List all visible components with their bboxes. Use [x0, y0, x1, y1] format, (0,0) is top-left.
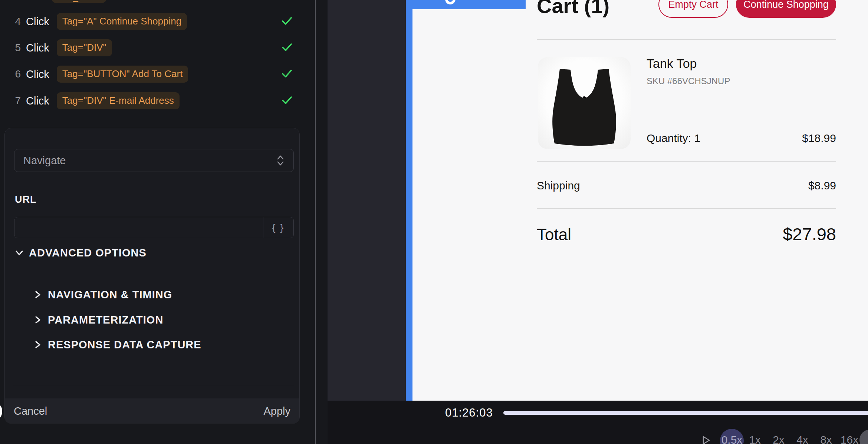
- step-action-label: Click: [26, 16, 49, 28]
- playback-progress-bar[interactable]: [503, 411, 868, 415]
- step-selector-badge[interactable]: Tag="BUTTON" Add To Cart: [57, 66, 188, 83]
- step-number: 4: [12, 16, 21, 27]
- section-navigation-timing[interactable]: NAVIGATION & TIMING: [34, 287, 172, 302]
- select-chevrons-icon: [276, 154, 285, 167]
- tank-top-graphic: [538, 57, 631, 149]
- site-header-strip: [406, 0, 526, 9]
- chevron-right-icon: [34, 315, 42, 325]
- cart-page-screenshot: Cart (1) Empty Cart Continue Shopping Ta…: [412, 0, 868, 401]
- step-editor-card: Navigate URL { } ADVANCED OPTIONS: [4, 128, 300, 424]
- edge-collapsed-button[interactable]: [0, 401, 2, 422]
- step-3-badge-partial: [52, 0, 106, 3]
- step-selector-badge[interactable]: Tag="DIV": [57, 39, 112, 56]
- step-row-7[interactable]: 7 Click Tag="DIV" E-mail Address: [0, 93, 304, 109]
- cart-title: Cart (1): [537, 0, 609, 18]
- advanced-options-toggle[interactable]: ADVANCED OPTIONS: [14, 245, 147, 261]
- chevron-right-icon: [34, 289, 42, 300]
- product-name: Tank Top: [647, 56, 697, 71]
- playback-timestamp: 01:26:03: [445, 406, 493, 420]
- divider: [537, 39, 836, 40]
- step-passed-icon: [280, 41, 293, 53]
- action-type-select[interactable]: Navigate: [14, 149, 294, 172]
- panel-resize-divider[interactable]: [315, 0, 316, 444]
- site-accent-bar: [406, 0, 412, 401]
- divider: [537, 208, 836, 209]
- player-extra-button[interactable]: [859, 430, 868, 444]
- step-selector-badge[interactable]: Tag="DIV" E-mail Address: [57, 92, 180, 109]
- chevron-right-icon: [34, 339, 42, 350]
- test-steps-panel: 4 Click Tag="A" Continue Shopping 5 Clic…: [0, 0, 328, 444]
- step-number: 5: [12, 42, 21, 54]
- chevron-down-icon: [14, 248, 24, 258]
- url-field-label: URL: [15, 194, 37, 205]
- site-logo-icon: [445, 0, 456, 4]
- step-number: 7: [12, 95, 21, 107]
- action-type-value: Navigate: [23, 155, 276, 167]
- product-image-tank-top: [538, 57, 631, 149]
- step-passed-icon: [280, 14, 293, 27]
- total-label: Total: [537, 225, 571, 244]
- step-action-label: Click: [26, 68, 49, 80]
- divider: [537, 161, 836, 162]
- advanced-options-label: ADVANCED OPTIONS: [29, 247, 147, 259]
- step-row-4[interactable]: 4 Click Tag="A" Continue Shopping: [0, 13, 304, 30]
- empty-cart-button[interactable]: Empty Cart: [658, 0, 728, 18]
- insert-variable-button[interactable]: { }: [263, 217, 293, 238]
- shipping-label: Shipping: [537, 179, 580, 192]
- section-response-data-capture[interactable]: RESPONSE DATA CAPTURE: [34, 337, 201, 352]
- step-selector-badge[interactable]: Tag="A" Continue Shopping: [57, 13, 187, 30]
- apply-button[interactable]: Apply: [263, 405, 290, 417]
- card-divider: [13, 385, 294, 385]
- section-label: NAVIGATION & TIMING: [48, 289, 172, 301]
- continue-shopping-button[interactable]: Continue Shopping: [736, 0, 836, 18]
- section-label: PARAMETERIZATION: [48, 314, 163, 326]
- step-row-6[interactable]: 6 Click Tag="BUTTON" Add To Cart: [0, 66, 304, 82]
- playback-bar: 01:26:03 0.5x 1x 2x 4x 8x 16x: [328, 401, 868, 444]
- step-row-5[interactable]: 5 Click Tag="DIV": [0, 40, 304, 56]
- url-input[interactable]: [14, 217, 263, 238]
- cancel-button[interactable]: Cancel: [14, 405, 47, 417]
- product-price: $18.99: [802, 132, 836, 145]
- product-quantity: Quantity: 1: [647, 132, 700, 145]
- product-sku: SKU #66VCHSJNUP: [647, 76, 730, 86]
- section-label: RESPONSE DATA CAPTURE: [48, 339, 201, 351]
- play-icon[interactable]: [700, 435, 711, 444]
- step-passed-icon: [280, 67, 293, 80]
- step-number: 6: [12, 68, 21, 80]
- url-field-group: { }: [14, 217, 294, 238]
- total-price: $27.98: [783, 224, 836, 244]
- step-passed-icon: [280, 94, 293, 106]
- step-action-label: Click: [26, 42, 49, 54]
- badge-text-fragment: [73, 0, 79, 2]
- section-parameterization[interactable]: PARAMETERIZATION: [34, 312, 163, 328]
- shipping-price: $8.99: [808, 179, 836, 192]
- app-window: 4 Click Tag="A" Continue Shopping 5 Clic…: [0, 0, 868, 444]
- step-action-label: Click: [26, 95, 49, 107]
- video-background: [328, 0, 406, 401]
- editor-footer: Cancel Apply: [5, 398, 299, 424]
